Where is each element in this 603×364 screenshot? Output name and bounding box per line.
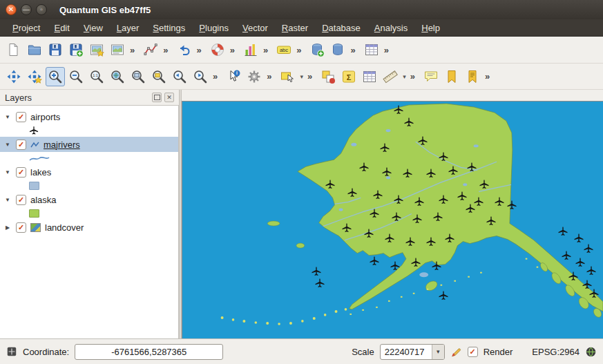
toolbar-overflow-icon[interactable]	[483, 71, 493, 82]
layer-expander-icon[interactable]	[3, 142, 12, 148]
help-contents-icon[interactable]	[208, 40, 227, 59]
menu-vector[interactable]: Vector	[236, 21, 275, 35]
layer-visibility-checkbox[interactable]	[16, 222, 26, 233]
new-bookmark-icon[interactable]	[442, 67, 461, 86]
layer-expander-icon[interactable]	[3, 197, 12, 203]
deselect-features-icon[interactable]	[318, 67, 338, 86]
airport-marker	[506, 200, 517, 211]
toolbar-overflow-icon[interactable]	[294, 45, 305, 55]
menu-project[interactable]: Project	[6, 21, 47, 35]
composer-manager-icon[interactable]	[108, 40, 127, 59]
menu-settings[interactable]: Settings	[146, 21, 192, 35]
layer-visibility-checkbox[interactable]	[16, 195, 26, 205]
map-tips-icon[interactable]	[421, 67, 441, 86]
toolbar-overflow-icon[interactable]	[305, 71, 316, 82]
new-print-composer-icon[interactable]	[87, 40, 106, 59]
zoom-to-layer-icon[interactable]	[128, 67, 148, 86]
add-postgis-layer-icon[interactable]	[307, 40, 327, 59]
layer-item-lakes[interactable]: lakes	[0, 164, 178, 180]
menu-analysis[interactable]: Analysis	[367, 21, 414, 35]
menu-raster[interactable]: Raster	[275, 21, 315, 35]
dock-float-icon[interactable]	[152, 93, 162, 102]
select-dropdown-icon[interactable]	[298, 73, 305, 80]
new-project-icon[interactable]	[4, 40, 23, 59]
measure-dropdown-icon[interactable]	[401, 73, 408, 80]
layer-expander-icon[interactable]	[3, 169, 12, 175]
layer-label[interactable]: landcover	[45, 222, 84, 233]
zoom-to-selection-icon[interactable]	[149, 67, 169, 86]
layer-label[interactable]: majrivers	[44, 140, 80, 150]
close-button[interactable]: ✕	[6, 4, 17, 15]
menu-view[interactable]: View	[77, 21, 110, 35]
render-paint-icon[interactable]	[450, 346, 462, 358]
crs-status-icon[interactable]	[585, 346, 597, 358]
layer-visibility-checkbox[interactable]	[16, 167, 26, 178]
menu-plugins[interactable]: Plugins	[192, 21, 236, 35]
open-project-icon[interactable]	[25, 40, 44, 59]
attribute-bars-icon[interactable]	[362, 40, 381, 59]
scale-value[interactable]: 22240717	[381, 345, 432, 359]
capture-line-icon[interactable]	[141, 40, 160, 59]
add-spatialite-layer-icon[interactable]	[328, 40, 347, 59]
minimize-button[interactable]: —	[21, 4, 32, 15]
layer-visibility-checkbox[interactable]	[16, 112, 26, 122]
layer-expander-icon[interactable]	[3, 114, 12, 120]
dock-close-icon[interactable]	[164, 93, 174, 102]
toolbar-overflow-icon[interactable]	[382, 45, 392, 55]
field-calculator-icon[interactable]: Σ	[339, 67, 358, 86]
menu-database[interactable]: Database	[315, 21, 367, 35]
layer-item-landcover[interactable]: landcover	[0, 220, 178, 235]
toolbar-overflow-icon[interactable]	[348, 45, 358, 55]
pan-to-selection-icon[interactable]	[25, 67, 44, 86]
pan-map-icon[interactable]	[4, 67, 23, 86]
select-features-icon[interactable]	[278, 67, 297, 86]
options-icon[interactable]	[245, 67, 264, 86]
menu-help[interactable]: Help	[414, 21, 447, 35]
layer-item-majrivers[interactable]: majrivers	[0, 137, 178, 152]
layer-label[interactable]: alaska	[30, 195, 57, 205]
zoom-out-icon[interactable]	[66, 67, 86, 86]
measure-line-icon[interactable]	[381, 67, 400, 86]
toolbar-overflow-icon[interactable]	[161, 45, 171, 55]
save-project-icon[interactable]	[46, 40, 65, 59]
labeling-icon[interactable]: abc	[274, 40, 294, 59]
layer-visibility-checkbox[interactable]	[16, 140, 26, 150]
menu-layer[interactable]: Layer	[110, 21, 146, 35]
map-canvas[interactable]	[182, 101, 603, 338]
zoom-next-icon[interactable]	[191, 67, 210, 86]
layer-label[interactable]: lakes	[30, 167, 51, 178]
layer-expander-icon[interactable]	[3, 224, 12, 231]
zoom-last-icon[interactable]	[170, 67, 189, 86]
layer-item-airports[interactable]: airports	[0, 109, 178, 124]
toolbar-overflow-icon[interactable]	[128, 45, 138, 55]
identify-features-icon[interactable]: i	[224, 67, 243, 86]
toolbar-overflow-icon[interactable]	[228, 45, 238, 55]
airport-marker	[414, 197, 424, 207]
toolbar-overflow-icon[interactable]	[261, 45, 271, 55]
zoom-full-icon[interactable]	[108, 67, 127, 86]
zoom-in-icon[interactable]	[46, 67, 65, 86]
save-project-as-icon[interactable]	[66, 40, 86, 59]
show-bookmarks-icon[interactable]	[463, 67, 482, 86]
toolbar-overflow-icon[interactable]	[211, 71, 221, 82]
layer-item-alaska[interactable]: alaska	[0, 192, 178, 207]
layers-panel: Layers airportsmajriverslakesalaskalandc…	[0, 90, 179, 338]
airport-marker	[393, 105, 403, 115]
undo-icon[interactable]	[174, 40, 193, 59]
airport-marker	[445, 233, 455, 243]
zoom-actual-icon[interactable]: 1:1	[87, 67, 106, 86]
layer-label[interactable]: airports	[30, 112, 60, 122]
menu-edit[interactable]: Edit	[47, 21, 76, 35]
maximize-button[interactable]: ▫	[36, 4, 47, 15]
toolbar-overflow-icon[interactable]	[408, 71, 419, 82]
scale-dropdown-icon[interactable]	[432, 345, 444, 359]
scale-combo[interactable]: 22240717	[380, 344, 445, 360]
coordinate-input[interactable]	[75, 344, 223, 360]
raster-histogram-icon[interactable]	[241, 40, 260, 59]
open-attribute-table-icon[interactable]	[360, 67, 379, 86]
toolbar-overflow-icon[interactable]	[194, 45, 204, 55]
render-checkbox[interactable]	[468, 347, 478, 357]
extent-toggle-icon[interactable]	[6, 346, 17, 357]
toolbar-overflow-icon[interactable]	[265, 71, 275, 82]
airport-marker	[425, 236, 436, 247]
